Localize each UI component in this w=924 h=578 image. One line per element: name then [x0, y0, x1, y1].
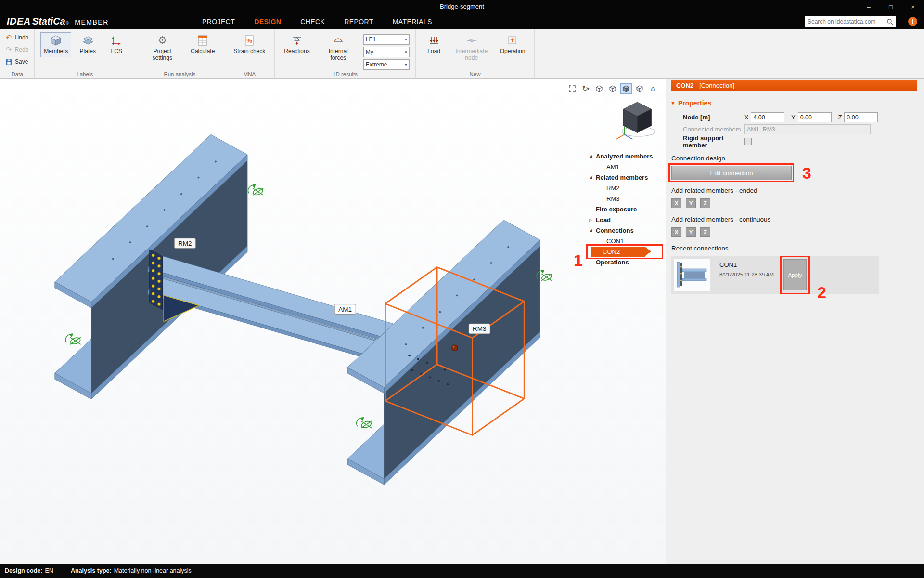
load-button[interactable]: Load: [422, 32, 447, 57]
maximize-button[interactable]: □: [880, 0, 902, 13]
node-z-field[interactable]: [844, 112, 878, 122]
plates-button[interactable]: Plates: [75, 32, 100, 57]
app-logo: IDEA StatiCa ® MEMBER: [7, 16, 109, 27]
view-shaded-button[interactable]: [607, 83, 618, 94]
lcs-button[interactable]: LCS: [104, 32, 129, 57]
tree-item-rm3[interactable]: RM3: [588, 193, 665, 204]
rigid-support-label: Rigid support member: [683, 134, 744, 149]
members-button[interactable]: Members: [40, 32, 71, 57]
window-title: Bridge-segment: [440, 3, 484, 10]
operation-button[interactable]: + Operation: [497, 32, 529, 57]
redo-button[interactable]: ↷ Redo: [6, 44, 28, 55]
tree-item-operations[interactable]: Operations: [588, 257, 665, 267]
intermediate-node-label: Intermediate node: [454, 48, 489, 62]
add-continuous-buttons: X Y Z: [671, 227, 917, 237]
right-beam[interactable]: [347, 220, 540, 485]
members-label: Members: [44, 48, 68, 55]
group-label-1d-results: 1D results: [275, 71, 415, 77]
home-view-button[interactable]: ⌂: [647, 83, 659, 94]
recent-connection-thumbnail: [674, 259, 710, 291]
tab-check[interactable]: CHECK: [300, 18, 325, 26]
analysis-type-value: Materially non-linear analysis: [114, 567, 192, 574]
tree-label: AM1: [606, 163, 619, 171]
node-x-field[interactable]: [751, 112, 784, 122]
redo-icon: ↷: [6, 46, 12, 53]
tree-label: RM3: [606, 195, 619, 202]
edit-connection-button[interactable]: Edit connection: [671, 166, 792, 180]
load-case-value: LE1: [366, 36, 376, 43]
node-y-field[interactable]: [798, 112, 832, 122]
status-design-code: Design code:EN: [5, 567, 53, 574]
lcs-label: LCS: [111, 48, 122, 55]
chevron-down-icon: ▾: [402, 37, 407, 42]
extreme-select[interactable]: Extreme ▾: [363, 59, 410, 70]
search-icon[interactable]: [886, 18, 893, 25]
internal-forces-button[interactable]: Internal forces: [317, 32, 359, 64]
rigid-support-row: Rigid support member: [671, 135, 917, 147]
rigid-support-checkbox[interactable]: [744, 138, 752, 145]
logo-statica: StatiCa: [32, 16, 65, 27]
add-ended-z-button[interactable]: Z: [700, 198, 710, 208]
save-button[interactable]: Save: [6, 56, 28, 67]
view-solid-button[interactable]: [620, 83, 632, 94]
tree-item-analyzed-members[interactable]: ◢ Analyzed members: [588, 151, 665, 161]
collapse-section-icon[interactable]: ▼: [671, 101, 675, 105]
tree-item-con1[interactable]: CON1: [588, 236, 665, 246]
properties-section-label: Properties: [678, 99, 711, 107]
component-select[interactable]: My ▾: [363, 47, 410, 57]
tree-item-load[interactable]: ▷ Load: [588, 214, 665, 225]
strain-check-label: Strain check: [233, 48, 265, 55]
tree-item-rm2[interactable]: RM2: [588, 183, 665, 193]
view-transparent-button[interactable]: [634, 83, 645, 94]
tab-project[interactable]: PROJECT: [202, 18, 235, 26]
close-button[interactable]: ×: [902, 0, 924, 13]
tree-item-connections[interactable]: ◢ Connections: [588, 225, 665, 236]
internal-forces-label: Internal forces: [321, 48, 356, 62]
reactions-button[interactable]: Reactions: [281, 32, 313, 57]
properties-section-header[interactable]: ▼ Properties: [671, 99, 917, 107]
member-label-rm3: RM3: [469, 324, 490, 334]
viewport-3d[interactable]: RM2 AM1 RM3: [0, 79, 666, 564]
minimize-button[interactable]: –: [858, 0, 880, 13]
project-settings-button[interactable]: ⚙ Project settings: [141, 32, 183, 64]
tab-design[interactable]: DESIGN: [254, 18, 281, 26]
add-continuous-x-button[interactable]: X: [671, 227, 681, 237]
connection-node-point[interactable]: [452, 345, 458, 351]
z-axis-label: Z: [838, 114, 842, 121]
rotate-view-button[interactable]: ↻ ▾: [580, 83, 591, 94]
apply-button[interactable]: Apply: [783, 259, 807, 290]
tab-report[interactable]: REPORT: [344, 18, 373, 26]
tree-expand-icon[interactable]: ◢: [588, 154, 596, 158]
tree-expand-icon[interactable]: ◢: [588, 228, 596, 233]
add-ended-y-button[interactable]: Y: [686, 198, 696, 208]
add-ended-x-button[interactable]: X: [671, 198, 681, 208]
design-code-value: EN: [45, 567, 53, 574]
add-continuous-y-button[interactable]: Y: [686, 227, 696, 237]
info-icon[interactable]: i: [908, 17, 917, 26]
tree-item-am1[interactable]: AM1: [588, 161, 665, 172]
navigation-cube[interactable]: [616, 102, 655, 139]
intermediate-node-button[interactable]: Intermediate node: [450, 32, 493, 64]
tree-expand-icon[interactable]: ◢: [588, 175, 596, 180]
strain-check-button[interactable]: % Strain check: [230, 32, 269, 57]
connected-members-row: Connected members: [671, 123, 917, 135]
tab-materials[interactable]: MATERIALS: [393, 18, 432, 26]
svg-text:RM2: RM2: [178, 240, 192, 247]
calculate-button[interactable]: Calculate: [187, 32, 218, 57]
add-continuous-z-button[interactable]: Z: [700, 227, 710, 237]
load-case-select[interactable]: LE1 ▾: [363, 34, 410, 45]
scene-3d[interactable]: RM2 AM1 RM3: [0, 79, 666, 563]
tree-item-con2-selected[interactable]: CON2: [591, 247, 645, 257]
tree-label: Load: [596, 216, 611, 223]
tree-collapse-icon[interactable]: ▷: [588, 218, 596, 222]
undo-button[interactable]: ↶ Undo: [6, 32, 28, 43]
tree-item-con2[interactable]: CON2: [588, 246, 665, 257]
fit-view-button[interactable]: [566, 83, 578, 94]
extreme-value: Extreme: [366, 61, 387, 68]
view-wireframe-button[interactable]: [593, 83, 605, 94]
redo-label: Redo: [15, 46, 29, 53]
search-input[interactable]: [808, 18, 886, 25]
tree-item-fire-exposure[interactable]: Fire exposure: [588, 204, 665, 214]
tree-label: RM2: [606, 184, 619, 192]
tree-item-related-members[interactable]: ◢ Related members: [588, 172, 665, 183]
